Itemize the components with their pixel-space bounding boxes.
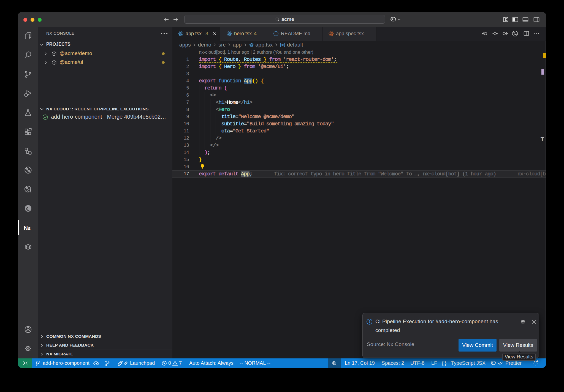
svg-text:≥: ≥	[28, 225, 31, 231]
svg-text:N: N	[24, 225, 28, 231]
